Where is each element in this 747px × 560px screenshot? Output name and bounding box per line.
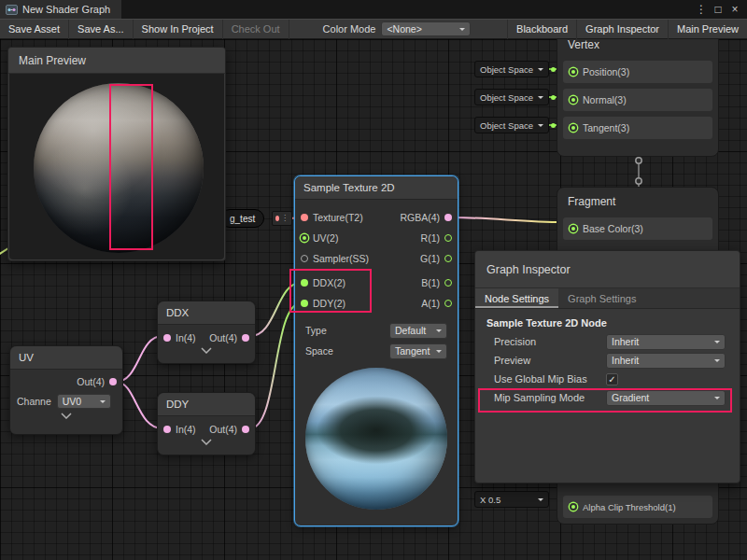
uv-input-port[interactable] [303, 236, 306, 240]
channel-dropdown[interactable]: UV0 [57, 394, 111, 409]
ddy-in-label: In(4) [176, 424, 196, 435]
preview-dropdown[interactable]: Inherit [606, 353, 726, 369]
space-dropdown-value: Object Space [480, 120, 533, 131]
sampler-input-port[interactable] [301, 255, 308, 262]
texture-input-port[interactable] [301, 214, 308, 221]
gtest-output-port[interactable] [275, 216, 279, 221]
ddy-out-port[interactable] [242, 426, 249, 433]
ddx-out-label: Out(4) [209, 332, 237, 343]
g-output-port[interactable] [444, 255, 452, 262]
show-in-project-button[interactable]: Show In Project [134, 20, 223, 39]
uv-node-title: UV [10, 346, 122, 370]
use-global-mip-bias-checkbox[interactable]: ✓ [606, 373, 618, 385]
vertex-node[interactable]: Vertex Position(3) Normal(3) Tangent(3) [557, 39, 719, 157]
b-output-label: B(1) [421, 277, 440, 288]
gtest-kebab-icon: ⋮ [281, 212, 289, 225]
ddy-node[interactable]: DDY In(4) Out(4) [157, 392, 256, 455]
fragment-port-row: Alpha Clip Threshold(1) [563, 496, 712, 518]
position-space-dropdown[interactable]: Object Space [474, 61, 549, 77]
ddx-in-port[interactable] [163, 334, 171, 342]
dropdown-arrow-icon [538, 68, 543, 74]
edge-rgba-to-basecolor[interactable] [452, 217, 564, 222]
window-title: New Shader Graph [22, 4, 110, 15]
save-asset-button[interactable]: Save Asset [0, 20, 69, 39]
fragment-port-row: Base Color(3) [563, 217, 712, 240]
normal-space-dropdown[interactable]: Object Space [474, 89, 549, 105]
ddx-out-port[interactable] [242, 334, 249, 342]
ddy-node-title: DDY [158, 393, 255, 416]
uv-input-label: UV(2) [313, 232, 338, 244]
rgba-output-port[interactable] [444, 214, 452, 221]
blackboard-toggle[interactable]: Blackboard [507, 20, 576, 39]
space-mini-port [551, 95, 556, 100]
dropdown-arrow-icon [436, 329, 442, 335]
vertex-fragment-connector [636, 157, 641, 187]
shader-graph-icon [6, 4, 18, 16]
base-color-port-label: Base Color(3) [583, 223, 643, 234]
maximize-icon[interactable]: □ [710, 0, 726, 19]
mip-sampling-mode-label: Mip Sampling Mode [494, 392, 606, 403]
fragment-node-title: Fragment [557, 188, 718, 212]
main-preview-toggle[interactable]: Main Preview [668, 20, 747, 39]
preview-value: Inherit [612, 355, 639, 366]
collapse-chevron-icon[interactable] [158, 437, 255, 449]
tangent-space-dropdown[interactable]: Object Space [474, 117, 549, 133]
color-mode-dropdown[interactable]: <None> [381, 21, 471, 36]
sampler-input-label: Sampler(SS) [313, 253, 369, 264]
mip-sampling-mode-dropdown[interactable]: Gradient [606, 390, 726, 406]
close-icon[interactable]: × [726, 0, 743, 19]
graph-canvas[interactable]: Vertex Position(3) Normal(3) Tangent(3) … [0, 39, 747, 560]
dropdown-arrow-icon [538, 96, 543, 102]
dropdown-arrow-icon [436, 350, 442, 356]
collapse-chevron-icon[interactable] [158, 345, 255, 357]
type-dropdown[interactable]: Default [389, 323, 447, 339]
inspector-tabs: Node Settings Graph Settings [475, 288, 740, 309]
collapse-chevron-icon[interactable] [10, 411, 122, 423]
alpha-clip-threshold-port[interactable] [571, 505, 575, 509]
graph-inspector-toggle[interactable]: Graph Inspector [576, 20, 668, 39]
main-preview-panel: Main Preview [7, 47, 226, 261]
base-color-port[interactable] [571, 227, 575, 231]
save-as-button[interactable]: Save As... [69, 20, 134, 39]
dropdown-arrow-icon [714, 341, 720, 346]
alpha-clip-port-label: Alpha Clip Threshold(1) [583, 502, 676, 512]
gtest-property-node[interactable]: g_test [220, 209, 264, 228]
graph-inspector-header[interactable]: Graph Inspector [475, 251, 740, 288]
window-tab[interactable]: New Shader Graph [0, 0, 121, 19]
shader-graph-window: New Shader Graph ⋮ □ × Save Asset Save A… [0, 0, 747, 560]
ddy-in-port[interactable] [163, 426, 171, 433]
graph-inspector-panel: Graph Inspector Node Settings Graph Sett… [474, 250, 740, 483]
dropdown-arrow-icon [459, 28, 465, 34]
main-preview-panel-header[interactable]: Main Preview [8, 48, 225, 74]
normal-port[interactable] [571, 98, 575, 102]
vertex-node-title: Vertex [557, 39, 718, 55]
type-label: Type [305, 325, 327, 336]
b-output-port[interactable] [444, 279, 452, 287]
r-output-port[interactable] [444, 234, 452, 242]
gtest-port-box[interactable]: ⋮ [272, 211, 292, 226]
ddx-node-title: DDX [158, 301, 255, 325]
precision-value: Inherit [612, 336, 639, 347]
ddx-node[interactable]: DDX In(4) Out(4) [157, 301, 256, 364]
uv-out-port[interactable] [109, 378, 117, 385]
position-port[interactable] [571, 70, 575, 74]
ddy-input-port[interactable] [301, 300, 308, 307]
tangent-port[interactable] [571, 126, 575, 130]
precision-dropdown[interactable]: Inherit [606, 334, 726, 350]
tab-node-settings[interactable]: Node Settings [475, 288, 558, 308]
edge-ddy-to-sample[interactable] [250, 303, 301, 428]
tab-graph-settings[interactable]: Graph Settings [558, 288, 645, 308]
sample-texture-2d-node[interactable]: Sample Texture 2D Texture(T2) RGBA(4) UV… [294, 175, 458, 526]
space-dropdown[interactable]: Tangent [389, 343, 447, 359]
a-output-port[interactable] [444, 300, 452, 307]
menu-kebab-icon[interactable]: ⋮ [693, 0, 710, 19]
dropdown-arrow-icon [100, 400, 106, 406]
ddx-input-port[interactable] [301, 279, 308, 287]
sample-texture-2d-title: Sample Texture 2D [295, 176, 458, 200]
ddx-in-label: In(4) [176, 332, 196, 343]
alpha-clip-default-field[interactable]: X 0.5 [474, 491, 549, 508]
check-out-button: Check Out [223, 20, 289, 39]
normal-port-label: Normal(3) [583, 94, 627, 105]
uv-node[interactable]: UV Out(4) Channe UV0 [9, 345, 123, 435]
edge-ddx-to-sample[interactable] [250, 283, 301, 336]
